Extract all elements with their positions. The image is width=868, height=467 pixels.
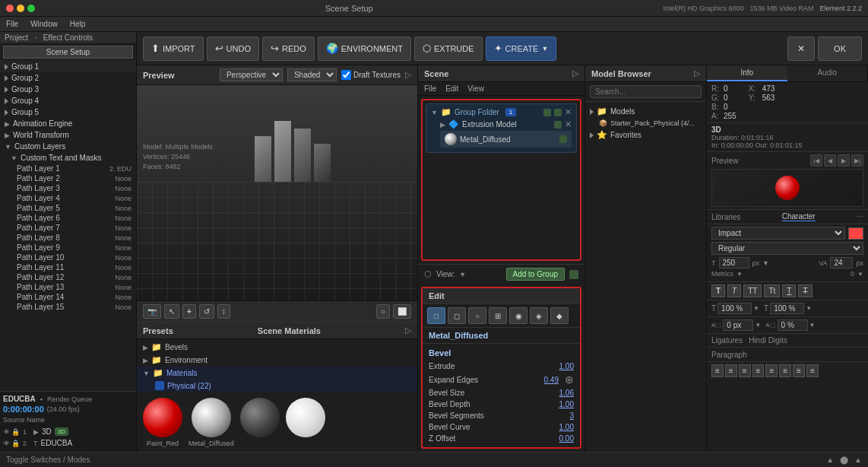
preview-expand-icon[interactable]: ▷ xyxy=(405,70,411,80)
font-style-select[interactable]: Regular xyxy=(711,242,863,255)
draft-textures-checkbox[interactable]: Draft Textures xyxy=(341,70,401,80)
material-paint-red[interactable]: Paint_Red xyxy=(143,398,182,447)
edit-tool-grid[interactable]: ⊞ xyxy=(489,307,507,324)
menu-window[interactable]: Window xyxy=(30,20,58,28)
models-folder[interactable]: 📁 Models xyxy=(585,105,706,118)
environment-item[interactable]: ▶ 📁 Environment xyxy=(137,354,417,367)
align-j2[interactable]: ≡ xyxy=(765,364,778,377)
physical-item[interactable]: Physical (22) xyxy=(137,380,417,392)
preview-mini-rew[interactable]: ◀ xyxy=(824,154,836,167)
track-2[interactable]: 👁 🔒 2 T EDUCBA xyxy=(3,437,133,449)
shaded-select[interactable]: Shaded xyxy=(287,68,337,81)
edit-tool-star[interactable]: ◆ xyxy=(550,307,569,324)
scene-setup-button[interactable]: Scene Setup xyxy=(3,46,133,59)
layer-item-5[interactable]: Path Layer 5None xyxy=(0,203,136,213)
tt-button[interactable]: TT xyxy=(743,284,762,297)
bottom-icon-2[interactable]: ⬤ xyxy=(840,456,848,464)
character-expand[interactable]: ⋯ xyxy=(857,213,863,221)
preview-move-button[interactable]: ↕ xyxy=(217,304,230,319)
presets-expand-icon[interactable]: ▷ xyxy=(405,326,411,335)
bevel-value-3[interactable]: 1.00 xyxy=(543,400,574,408)
font-size-input[interactable] xyxy=(719,257,749,268)
custom-text-masks[interactable]: ▼ Custom Text and Masks xyxy=(0,152,136,164)
align-j4[interactable]: ≡ xyxy=(793,364,805,377)
layer-item-7[interactable]: Path Layer 7None xyxy=(0,223,136,233)
animation-engine[interactable]: ▶ Animation Engine xyxy=(0,118,136,129)
align-left[interactable]: ≡ xyxy=(711,364,724,377)
layer-item-15[interactable]: Path Layer 15None xyxy=(0,302,136,312)
italic-button[interactable]: T xyxy=(727,284,741,297)
custom-layers[interactable]: ▼ Custom Layers xyxy=(0,141,136,152)
preview-mini-fwd[interactable]: ▶| xyxy=(851,154,863,167)
preview-add-button[interactable]: + xyxy=(182,304,196,319)
extrude-button[interactable]: ⬡ EXTRUDE xyxy=(414,37,483,61)
offset-0-input1[interactable] xyxy=(723,319,753,331)
layer-item-4[interactable]: Path Layer 4None xyxy=(0,193,136,203)
bevel-value-5[interactable]: 1.00 xyxy=(543,423,574,431)
group-3[interactable]: Group 3 xyxy=(0,84,136,95)
favorites-item[interactable]: ⭐ Favorites xyxy=(585,129,706,141)
redo-button[interactable]: ↪ REDO xyxy=(262,37,315,61)
tab-info[interactable]: Info xyxy=(707,65,787,81)
extrusion-close[interactable]: ✕ xyxy=(565,119,572,129)
layer-item-9[interactable]: Path Layer 9None xyxy=(0,243,136,253)
edit-tool-circle[interactable]: ○ xyxy=(468,307,486,324)
material-dark[interactable] xyxy=(240,398,280,447)
group-folder-arrow[interactable]: ▼ xyxy=(431,109,438,116)
edit-tool-diamond[interactable]: ◈ xyxy=(530,307,548,324)
layer-item-10[interactable]: Path Layer 10None xyxy=(0,253,136,262)
layer-item-1[interactable]: Path Layer 12. EDU xyxy=(0,164,136,173)
material-white[interactable] xyxy=(286,398,325,447)
preview-circle-button[interactable]: ○ xyxy=(376,304,390,319)
align-j3[interactable]: ≡ xyxy=(779,364,791,377)
font-color-swatch[interactable] xyxy=(848,227,863,240)
undo-button[interactable]: ↩ UNDO xyxy=(207,37,259,61)
environment-button[interactable]: 🌍 ENVIRONMENT xyxy=(318,37,411,61)
close-button[interactable]: ✕ xyxy=(787,37,815,61)
preview-cursor-button[interactable]: ↖ xyxy=(164,304,179,319)
ok-button[interactable]: OK xyxy=(818,37,862,61)
align-j5[interactable]: ≡ xyxy=(806,364,819,377)
menu-help[interactable]: Help xyxy=(70,20,86,28)
tab-audio[interactable]: Audio xyxy=(787,65,869,81)
model-browser-expand-icon[interactable]: ▷ xyxy=(694,68,700,78)
layer-item-6[interactable]: Path Layer 6None xyxy=(0,213,136,223)
preview-play-button[interactable]: 📷 xyxy=(143,304,161,319)
group-5[interactable]: Group 5 xyxy=(0,106,136,118)
t-small-button[interactable]: Tt xyxy=(764,284,780,297)
perspective-select[interactable]: Perspective xyxy=(220,68,283,81)
t-strike-button[interactable]: T xyxy=(798,284,812,297)
offset-0-input2[interactable] xyxy=(778,319,808,331)
layer-item-12[interactable]: Path Layer 12None xyxy=(0,272,136,282)
t-under-button[interactable]: T xyxy=(782,284,796,297)
move-icon[interactable]: ⊕ xyxy=(565,373,574,386)
tracking-input[interactable] xyxy=(830,257,853,268)
edit-tool-dot[interactable]: ◉ xyxy=(509,307,527,324)
bevel-value-1[interactable]: 0.49 xyxy=(528,376,559,384)
edit-tool-bevel[interactable]: □ xyxy=(427,307,445,324)
preview-snap-button[interactable]: ⬜ xyxy=(393,304,411,319)
bevels-item[interactable]: ▶ 📁 Bevels xyxy=(137,341,417,354)
bold-button[interactable]: T xyxy=(711,284,725,297)
scene-menu-view[interactable]: View xyxy=(467,84,484,93)
preview-refresh-button[interactable]: ↺ xyxy=(199,304,214,319)
edit-tool-extrude[interactable]: ◻ xyxy=(448,307,466,324)
group-4[interactable]: Group 4 xyxy=(0,95,136,106)
track-1[interactable]: 👁 🔒 1 ▶ 3D 3D xyxy=(3,426,133,437)
scene-menu-file[interactable]: File xyxy=(424,84,436,93)
scene-menu-edit[interactable]: Edit xyxy=(445,84,458,93)
bevel-value-4[interactable]: 3 xyxy=(543,411,574,420)
preview-mini-prev[interactable]: |◀ xyxy=(810,154,822,167)
align-justify[interactable]: ≡ xyxy=(752,364,765,377)
size-100-input2[interactable] xyxy=(770,303,804,314)
bevel-value-2[interactable]: 1.06 xyxy=(543,389,574,397)
add-to-group-button[interactable]: Add to Group xyxy=(506,268,565,281)
group-1[interactable]: Group 1 xyxy=(0,61,136,72)
layer-item-2[interactable]: Path Layer 2None xyxy=(0,173,136,183)
bevel-value-0[interactable]: 1.00 xyxy=(543,362,574,370)
metal-diffused-row[interactable]: Metal_Diffused xyxy=(440,131,572,148)
preview-mini-play[interactable]: ▶ xyxy=(838,154,850,167)
layer-item-3[interactable]: Path Layer 3None xyxy=(0,183,136,193)
font-select[interactable]: Impact xyxy=(711,227,845,240)
bottom-icon-3[interactable]: ▲ xyxy=(854,456,862,464)
